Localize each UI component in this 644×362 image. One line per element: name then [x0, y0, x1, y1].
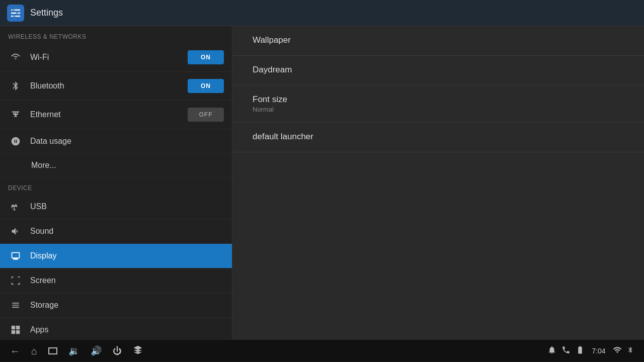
display-icon	[8, 251, 23, 261]
wifi-status-icon	[613, 345, 622, 357]
volume-up-button[interactable]: 🔊	[91, 345, 102, 356]
svg-rect-13	[16, 330, 20, 334]
data-usage-icon	[8, 136, 23, 146]
sidebar-item-apps[interactable]: Apps	[0, 318, 232, 340]
sidebar-item-storage[interactable]: Storage	[0, 293, 232, 318]
layers-button[interactable]	[133, 345, 143, 357]
home-button[interactable]: ⌂	[31, 345, 37, 357]
storage-icon	[8, 300, 23, 310]
back-button[interactable]: ←	[10, 345, 20, 357]
data-usage-label: Data usage	[30, 137, 224, 146]
content-panel: Wallpaper Daydream Font size Normal defa…	[232, 26, 644, 340]
usb-icon	[8, 202, 23, 212]
svg-rect-9	[12, 112, 20, 113]
sidebar-item-sound[interactable]: Sound	[0, 219, 232, 244]
time-display: 7:04	[590, 347, 608, 355]
sidebar-item-screen[interactable]: Screen	[0, 268, 232, 293]
sidebar-item-more[interactable]: More...	[0, 154, 232, 177]
storage-label: Storage	[30, 301, 224, 310]
statusbar-indicators: 7:04	[547, 345, 634, 357]
notification-icon	[547, 345, 556, 357]
sidebar: WIRELESS & NETWORKS Wi-Fi ON Bluetooth O…	[0, 26, 232, 340]
sound-label: Sound	[30, 227, 224, 236]
content-item-wallpaper[interactable]: Wallpaper	[232, 26, 644, 56]
svg-rect-2	[11, 16, 20, 17]
svg-point-8	[14, 15, 15, 17]
usb-label: USB	[30, 202, 224, 211]
sound-icon	[8, 226, 23, 236]
battery-icon	[576, 345, 585, 357]
svg-rect-12	[12, 330, 16, 334]
sidebar-item-ethernet[interactable]: Ethernet OFF	[0, 101, 232, 129]
settings-icon	[7, 5, 24, 22]
display-label: Display	[30, 251, 224, 260]
apps-icon	[8, 325, 23, 335]
statusbar: ← ⌂ 🔉 🔊 ⏻ 7:04	[0, 340, 644, 362]
recents-button[interactable]	[48, 347, 57, 354]
page-title: Settings	[30, 8, 63, 18]
volume-down-button[interactable]: 🔉	[68, 345, 79, 356]
phone-icon	[561, 345, 571, 357]
font-size-title: Font size	[253, 95, 624, 105]
bluetooth-icon	[8, 81, 23, 91]
apps-label: Apps	[30, 325, 224, 334]
svg-rect-10	[12, 326, 16, 330]
content-item-default-launcher[interactable]: default launcher	[232, 123, 644, 152]
content-item-font-size[interactable]: Font size Normal	[232, 85, 644, 123]
svg-rect-1	[11, 12, 20, 13]
titlebar: Settings	[0, 0, 644, 26]
wifi-toggle[interactable]: ON	[188, 50, 224, 64]
bluetooth-status-icon	[627, 345, 634, 357]
wireless-networks-section-header: WIRELESS & NETWORKS	[0, 26, 232, 43]
svg-rect-11	[16, 326, 20, 330]
bluetooth-toggle[interactable]: ON	[188, 79, 224, 93]
sidebar-item-usb[interactable]: USB	[0, 195, 232, 219]
sidebar-item-wifi[interactable]: Wi-Fi ON	[0, 43, 232, 72]
wallpaper-title: Wallpaper	[253, 35, 624, 45]
daydream-title: Daydream	[253, 65, 624, 75]
font-size-subtitle: Normal	[253, 106, 624, 113]
main-layout: WIRELESS & NETWORKS Wi-Fi ON Bluetooth O…	[0, 26, 644, 340]
ethernet-icon	[8, 109, 23, 120]
bluetooth-label: Bluetooth	[30, 81, 188, 90]
svg-point-4	[13, 9, 14, 11]
wifi-icon	[8, 52, 23, 62]
sidebar-item-display[interactable]: Display	[0, 244, 232, 268]
content-item-daydream[interactable]: Daydream	[232, 56, 644, 85]
statusbar-nav: ← ⌂ 🔉 🔊 ⏻	[10, 345, 143, 357]
screen-label: Screen	[30, 276, 224, 285]
svg-point-6	[16, 12, 18, 14]
default-launcher-title: default launcher	[253, 132, 624, 142]
power-button[interactable]: ⏻	[113, 346, 122, 356]
device-section-header: DEVICE	[0, 177, 232, 195]
sidebar-item-bluetooth[interactable]: Bluetooth ON	[0, 72, 232, 101]
more-label: More...	[31, 161, 224, 170]
sidebar-item-data-usage[interactable]: Data usage	[0, 129, 232, 154]
ethernet-toggle[interactable]: OFF	[188, 108, 224, 122]
screen-icon	[8, 276, 23, 286]
wifi-label: Wi-Fi	[30, 53, 188, 62]
ethernet-label: Ethernet	[30, 110, 188, 119]
